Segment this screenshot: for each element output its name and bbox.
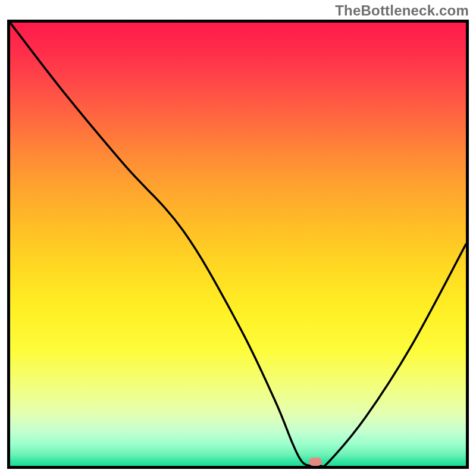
optimal-point-marker bbox=[309, 458, 322, 466]
watermark-text: TheBottleneck.com bbox=[335, 2, 469, 19]
bottleneck-curve bbox=[10, 23, 466, 466]
chart-container: TheBottleneck.com bbox=[0, 0, 476, 476]
plot-area bbox=[7, 20, 469, 469]
